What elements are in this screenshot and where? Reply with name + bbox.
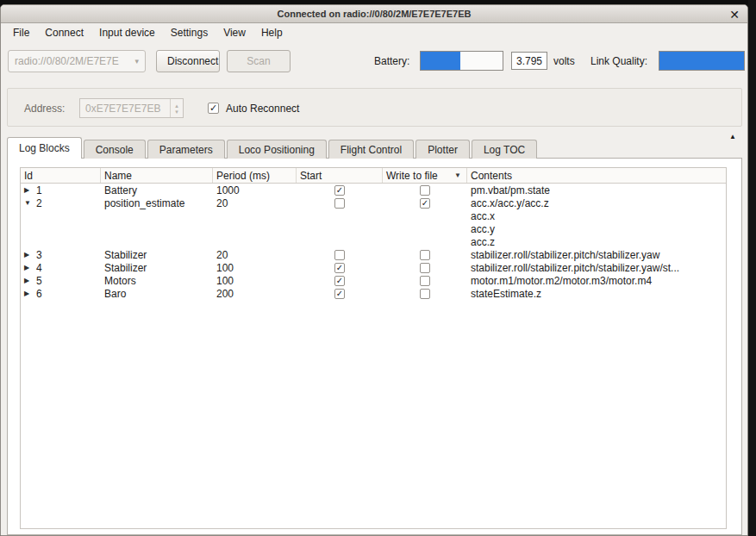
battery-label: Battery: <box>374 50 409 72</box>
expander-collapsed-icon[interactable]: ▶ <box>24 251 36 259</box>
table-child-row[interactable]: acc.y <box>21 222 726 235</box>
write-to-file-checkbox[interactable] <box>420 185 430 196</box>
scan-button[interactable]: Scan <box>227 50 291 72</box>
write-to-file-checkbox[interactable]: ✓ <box>420 198 430 209</box>
table-row[interactable]: ▶ 5 Motors 100 ✓ motor.m1/motor.m2/motor… <box>21 274 726 287</box>
link-quality-progressbar <box>659 51 745 71</box>
battery-progressbar <box>420 51 503 71</box>
write-to-file-checkbox[interactable] <box>420 276 430 286</box>
window-titlebar[interactable]: Connected on radio://0/80/2M/E7E7E7E7EB … <box>1 5 747 23</box>
write-to-file-checkbox[interactable] <box>420 263 430 273</box>
row-contents: pm.vbat/pm.state <box>467 184 726 196</box>
scroll-up-arrow-icon[interactable]: ▲ <box>729 133 736 140</box>
menu-bar: File Connect Input device Settings View … <box>1 23 747 42</box>
start-checkbox[interactable]: ✓ <box>334 276 345 286</box>
link-quality-progress-fill <box>659 52 744 70</box>
table-row[interactable]: ▶ 3 Stabilizer 20 stabilizer.roll/stabil… <box>21 248 726 261</box>
table-row[interactable]: ▶ 4 Stabilizer 100 ✓ stabilizer.roll/sta… <box>21 261 726 274</box>
row-id: 2 <box>36 197 42 209</box>
menu-view[interactable]: View <box>216 24 253 41</box>
col-header-write-to-file-label: Write to file <box>386 170 438 182</box>
row-name: position_estimate <box>101 196 213 209</box>
spin-down-icon: ▾ <box>175 109 178 115</box>
start-checkbox[interactable] <box>334 250 345 260</box>
battery-voltage-value: 3.795 <box>511 52 547 70</box>
table-child-row[interactable]: acc.z <box>21 235 726 248</box>
row-contents: stabilizer.roll/stabilizer.pitch/stabili… <box>467 261 726 274</box>
connection-uri-combo[interactable]: radio://0/80/2M/E7E7E ▾ <box>8 50 146 72</box>
expander-collapsed-icon[interactable]: ▶ <box>24 264 36 271</box>
address-spinner[interactable]: ▴ ▾ <box>170 99 183 117</box>
menu-connect[interactable]: Connect <box>37 24 91 41</box>
sort-indicator-icon: ▼ <box>454 171 463 179</box>
volts-label: volts <box>553 50 575 72</box>
address-input[interactable]: 0xE7E7E7E7EB ▴ ▾ <box>79 98 184 118</box>
tab-log-blocks[interactable]: Log Blocks <box>7 137 82 159</box>
col-header-id[interactable]: Id <box>21 168 101 183</box>
disconnect-button[interactable]: Disconnect <box>156 50 220 72</box>
row-period: 20 <box>213 196 297 209</box>
write-to-file-checkbox[interactable] <box>420 289 430 299</box>
row-name: Stabilizer <box>101 261 213 274</box>
app-window: Connected on radio://0/80/2M/E7E7E7E7EB … <box>0 4 748 536</box>
col-header-name[interactable]: Name <box>101 168 213 183</box>
start-checkbox[interactable]: ✓ <box>334 289 345 299</box>
expander-collapsed-icon[interactable]: ▶ <box>24 290 36 297</box>
table-child-row[interactable]: acc.x <box>21 209 726 222</box>
start-checkbox[interactable]: ✓ <box>334 263 345 273</box>
row-contents: stateEstimate.z <box>467 287 726 300</box>
row-period: 200 <box>213 287 297 300</box>
desktop-background-right <box>748 0 756 536</box>
row-id: 1 <box>36 184 42 196</box>
row-id: 4 <box>36 262 42 274</box>
row-period: 100 <box>213 274 297 287</box>
write-to-file-checkbox[interactable] <box>420 250 430 260</box>
menu-help[interactable]: Help <box>253 24 291 41</box>
connection-settings-panel: Address: 0xE7E7E7E7EB ▴ ▾ ✓ Auto Reconne… <box>7 88 742 127</box>
start-checkbox[interactable]: ✓ <box>334 185 345 196</box>
tab-log-toc[interactable]: Log TOC <box>472 140 537 159</box>
col-header-period[interactable]: Period (ms) <box>213 168 297 183</box>
window-title: Connected on radio://0/80/2M/E7E7E7E7EB <box>278 9 472 19</box>
address-value: 0xE7E7E7E7EB <box>85 103 160 115</box>
tab-flight-control[interactable]: Flight Control <box>328 140 414 159</box>
expander-collapsed-icon[interactable]: ▶ <box>24 186 36 194</box>
close-icon[interactable]: ✕ <box>729 5 740 23</box>
row-id: 6 <box>36 288 42 300</box>
address-label: Address: <box>24 89 65 128</box>
child-row-contents: acc.z <box>467 235 726 248</box>
table-row[interactable]: ▶ 6 Baro 200 ✓ stateEstimate.z <box>21 287 726 300</box>
col-header-start[interactable]: Start <box>297 168 383 183</box>
col-header-write-to-file[interactable]: Write to file ▼ <box>383 168 467 183</box>
expander-expanded-icon[interactable]: ▼ <box>24 199 36 207</box>
spin-up-icon: ▴ <box>175 103 178 109</box>
chevron-down-icon: ▾ <box>129 57 139 65</box>
child-row-contents: acc.x <box>467 209 726 222</box>
table-row[interactable]: ▼ 2 position_estimate 20 ✓ acc.x/acc.y/a… <box>21 196 726 209</box>
table-row[interactable]: ▶ 1 Battery 1000 ✓ pm.vbat/pm.state <box>21 184 726 196</box>
row-name: Baro <box>101 287 213 300</box>
row-name: Motors <box>101 274 213 287</box>
auto-reconnect-label: Auto Reconnect <box>226 89 299 128</box>
connection-toolbar: radio://0/80/2M/E7E7E ▾ Disconnect Scan … <box>1 42 747 84</box>
row-id: 5 <box>36 275 42 287</box>
auto-reconnect-checkbox[interactable]: ✓ <box>208 103 219 114</box>
link-quality-label: Link Quality: <box>590 50 647 72</box>
row-contents: stabilizer.roll/stabilizer.pitch/stabili… <box>467 248 726 261</box>
row-period: 100 <box>213 261 297 274</box>
menu-settings[interactable]: Settings <box>163 24 216 41</box>
col-header-contents[interactable]: Contents <box>467 168 726 183</box>
row-id: 3 <box>36 249 42 261</box>
row-contents: acc.x/acc.y/acc.z <box>467 196 726 209</box>
tab-loco-positioning[interactable]: Loco Positioning <box>227 140 327 159</box>
tab-parameters[interactable]: Parameters <box>147 140 225 159</box>
tab-bar: Log Blocks Console Parameters Loco Posit… <box>7 137 539 159</box>
menu-file[interactable]: File <box>5 24 37 41</box>
connection-uri-value: radio://0/80/2M/E7E7E <box>15 55 119 67</box>
expander-collapsed-icon[interactable]: ▶ <box>24 277 36 284</box>
tab-console[interactable]: Console <box>84 140 146 159</box>
menu-input-device[interactable]: Input device <box>91 24 163 41</box>
start-checkbox[interactable] <box>334 198 345 209</box>
row-name: Battery <box>101 184 213 196</box>
tab-plotter[interactable]: Plotter <box>415 140 470 159</box>
